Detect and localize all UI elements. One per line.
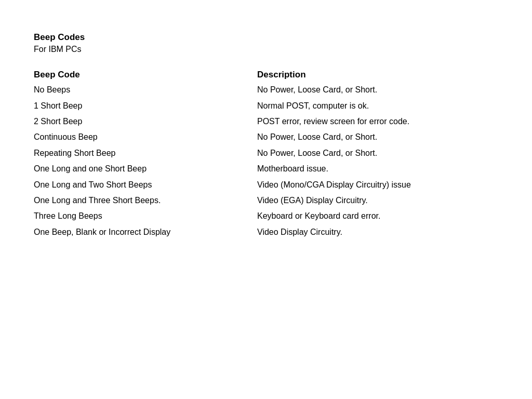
description-cell: Video Display Circuitry. [257,224,498,240]
description-cell: Video (EGA) Display Circuitry. [257,193,498,208]
table-row: One Long and Two Short BeepsVideo (Mono/… [34,177,498,193]
beep-codes-table: Beep Code Description No BeepsNo Power, … [34,70,498,240]
table-row: 2 Short BeepPOST error, review screen fo… [34,114,498,129]
table-row: One Long and Three Short Beeps.Video (EG… [34,193,498,208]
beep-code-cell: Continuous Beep [34,129,257,145]
beep-code-cell: One Beep, Blank or Incorrect Display [34,224,257,240]
table-row: Repeating Short BeepNo Power, Loose Card… [34,145,498,161]
description-cell: Motherboard issue. [257,161,498,177]
beep-code-cell: Repeating Short Beep [34,145,257,161]
table-row: 1 Short BeepNormal POST, computer is ok. [34,98,498,114]
table-row: Continuous BeepNo Power, Loose Card, or … [34,129,498,145]
description-cell: Video (Mono/CGA Display Circuitry) issue [257,177,498,193]
beep-code-cell: 2 Short Beep [34,114,257,129]
page-subtitle: For IBM PCs [34,44,498,55]
table-row: One Long and one Short BeepMotherboard i… [34,161,498,177]
beep-code-cell: No Beeps [34,82,257,98]
table-row: No BeepsNo Power, Loose Card, or Short. [34,82,498,98]
description-cell: No Power, Loose Card, or Short. [257,82,498,98]
column-header-code: Beep Code [34,70,257,80]
table-row: Three Long BeepsKeyboard or Keyboard car… [34,208,498,224]
beep-code-cell: One Long and one Short Beep [34,161,257,177]
table-header-row: Beep Code Description [34,70,498,80]
description-cell: No Power, Loose Card, or Short. [257,145,498,161]
description-cell: Normal POST, computer is ok. [257,98,498,114]
beep-code-cell: 1 Short Beep [34,98,257,114]
beep-code-cell: One Long and Three Short Beeps. [34,193,257,208]
description-cell: Keyboard or Keyboard card error. [257,208,498,224]
beep-code-cell: Three Long Beeps [34,208,257,224]
column-header-description: Description [257,70,498,80]
table-row: One Beep, Blank or Incorrect DisplayVide… [34,224,498,240]
page-title: Beep Codes [34,31,498,44]
description-cell: POST error, review screen for error code… [257,114,498,129]
beep-code-cell: One Long and Two Short Beeps [34,177,257,193]
description-cell: No Power, Loose Card, or Short. [257,129,498,145]
